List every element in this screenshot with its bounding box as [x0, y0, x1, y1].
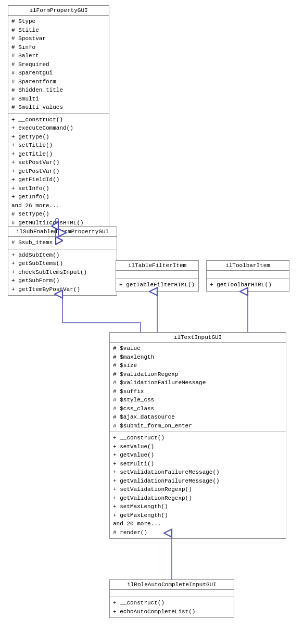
ilSubEnabledFormPropertyGUI-methods: + addSubItem() + getSubItems() + checkSu… [8, 249, 117, 296]
ilToolbarItem-title: ilToolbarItem [207, 261, 289, 271]
ilSubEnabledFormPropertyGUI-title: ilSubEnabledFormPropertyGUI [8, 227, 117, 237]
ilToolbarItem-methods: + getToolbarHTML() [207, 279, 289, 291]
ilRoleAutoCompleteInputGUI-title: ilRoleAutoCompleteInputGUI [110, 580, 234, 590]
ilTextInputGUI-box: ilTextInputGUI # $value # $maxlength # $… [109, 332, 286, 539]
ilSubEnabledFormPropertyGUI-box: ilSubEnabledFormPropertyGUI # $sub_items… [8, 226, 117, 296]
ilSubEnabledFormPropertyGUI-attributes: # $sub_items [8, 237, 117, 249]
ilTableFilterItem-methods: + getTableFilterHTML() [116, 279, 198, 291]
ilToolbarItem-attributes [207, 271, 289, 279]
ilTextInputGUI-title: ilTextInputGUI [110, 333, 286, 343]
ilTextInputGUI-methods: + __construct() + setValue() + getValue(… [110, 432, 286, 538]
ilFormPropertyGUI-attributes: # $type # $title # $postvar # $info # $a… [8, 16, 109, 114]
ilFormPropertyGUI-box: ilFormPropertyGUI # $type # $title # $po… [8, 5, 109, 229]
ilRoleAutoCompleteInputGUI-box: ilRoleAutoCompleteInputGUI + __construct… [109, 579, 234, 618]
ilToolbarItem-box: ilToolbarItem + getToolbarHTML() [206, 260, 289, 292]
ilTextInputGUI-attributes: # $value # $maxlength # $size # $validat… [110, 343, 286, 432]
ilTableFilterItem-box: ilTableFilterItem + getTableFilterHTML() [116, 260, 199, 292]
ilTableFilterItem-attributes [116, 271, 198, 279]
ilRoleAutoCompleteInputGUI-attributes [110, 590, 234, 597]
diagram-container: ilFormPropertyGUI # $type # $title # $po… [0, 0, 304, 644]
ilFormPropertyGUI-title: ilFormPropertyGUI [8, 6, 109, 16]
ilRoleAutoCompleteInputGUI-methods: + __construct() + echoAutoCompleteList() [110, 597, 234, 617]
ilFormPropertyGUI-methods: + __construct() + executeCommand() + get… [8, 114, 109, 229]
ilTableFilterItem-title: ilTableFilterItem [116, 261, 198, 271]
